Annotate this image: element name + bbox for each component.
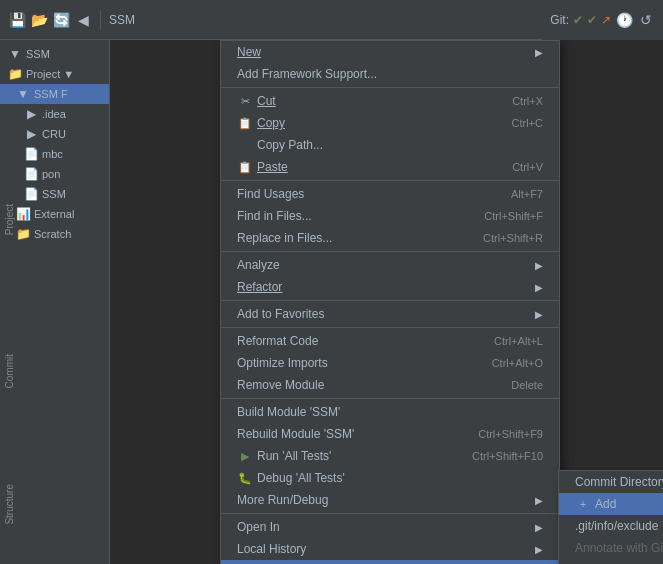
menu-item-refactor[interactable]: Refactor ▶ bbox=[221, 276, 559, 298]
menu-item-copypath[interactable]: Copy Path... bbox=[221, 134, 559, 156]
replaceinfiles-shortcut: Ctrl+Shift+R bbox=[483, 232, 543, 244]
menu-item-findusages[interactable]: Find Usages Alt+F7 bbox=[221, 183, 559, 205]
menu-item-removemodule[interactable]: Remove Module Delete bbox=[221, 374, 559, 396]
git-toolbar: Git: ✔ ✔ ↗ 🕐 ↺ bbox=[542, 0, 663, 40]
ssm-icon: ▼ bbox=[8, 47, 22, 61]
save-icon[interactable]: 💾 bbox=[8, 11, 26, 29]
menu-item-build[interactable]: Build Module 'SSM' bbox=[221, 401, 559, 423]
menu-item-copy[interactable]: 📋 Copy Ctrl+C bbox=[221, 112, 559, 134]
sync-icon[interactable]: 🔄 bbox=[52, 11, 70, 29]
menu-item-replaceinfiles-label: Replace in Files... bbox=[237, 231, 463, 245]
menu-item-framework[interactable]: Add Framework Support... bbox=[221, 63, 559, 85]
sidebar-item-project[interactable]: 📁 Project ▼ bbox=[0, 64, 109, 84]
commit-panel-label: Commit bbox=[4, 354, 15, 388]
menu-item-reformat[interactable]: Reformat Code Ctrl+Alt+L bbox=[221, 330, 559, 352]
menu-item-build-label: Build Module 'SSM' bbox=[237, 405, 543, 419]
sidebar-item-mbc[interactable]: 📄 mbc bbox=[0, 144, 109, 164]
menu-item-run[interactable]: ▶ Run 'All Tests' Ctrl+Shift+F10 bbox=[221, 445, 559, 467]
menu-item-analyze[interactable]: Analyze ▶ bbox=[221, 254, 559, 276]
menu-item-removemodule-label: Remove Module bbox=[237, 378, 491, 392]
removemodule-shortcut: Delete bbox=[511, 379, 543, 391]
paste-icon: 📋 bbox=[237, 161, 253, 174]
menu-item-replaceinfiles[interactable]: Replace in Files... Ctrl+Shift+R bbox=[221, 227, 559, 249]
openin-arrow-icon: ▶ bbox=[535, 522, 543, 533]
menu-item-localhistory[interactable]: Local History ▶ bbox=[221, 538, 559, 560]
sidebar-item-ssm[interactable]: ▼ SSM bbox=[0, 44, 109, 64]
sidebar-ssm-label: SSM bbox=[26, 48, 50, 60]
pon-icon: 📄 bbox=[24, 167, 38, 181]
menu-item-addtofav[interactable]: Add to Favorites ▶ bbox=[221, 303, 559, 325]
menu-sep-6 bbox=[221, 398, 559, 399]
main-layout: ▼ SSM 📁 Project ▼ ▼ SSM F ▶ .idea ▶ CRU … bbox=[0, 40, 663, 564]
sidebar-item-ssm-f[interactable]: ▼ SSM F bbox=[0, 84, 109, 104]
git-annotate-label: Annotate with Git Blame bbox=[575, 541, 663, 555]
rebuild-shortcut: Ctrl+Shift+F9 bbox=[478, 428, 543, 440]
git-item-annotate[interactable]: Annotate with Git Blame bbox=[559, 537, 663, 559]
sidebar-item-pon[interactable]: 📄 pon bbox=[0, 164, 109, 184]
project-panel-label: Project bbox=[4, 204, 15, 235]
git-item-showdiff[interactable]: Show Diff bbox=[559, 559, 663, 564]
menu-item-rebuild[interactable]: Rebuild Module 'SSM' Ctrl+Shift+F9 bbox=[221, 423, 559, 445]
git-arrow-icon: ↗ bbox=[601, 13, 611, 27]
menu-item-optimize[interactable]: Optimize Imports Ctrl+Alt+O bbox=[221, 352, 559, 374]
sidebar-mbc-label: mbc bbox=[42, 148, 63, 160]
content-area: New ▶ Add Framework Support... ✂ Cut Ctr… bbox=[110, 40, 663, 564]
menu-item-findinfiles[interactable]: Find in Files... Ctrl+Shift+F bbox=[221, 205, 559, 227]
copy-icon: 📋 bbox=[237, 117, 253, 130]
menu-item-copypath-label: Copy Path... bbox=[257, 138, 543, 152]
git-item-add[interactable]: + Add Ctrl+Alt+A bbox=[559, 493, 663, 515]
menu-item-cut[interactable]: ✂ Cut Ctrl+X bbox=[221, 90, 559, 112]
git-history-icon[interactable]: 🕐 bbox=[615, 11, 633, 29]
menu-item-findinfiles-label: Find in Files... bbox=[237, 209, 464, 223]
menu-sep-1 bbox=[221, 87, 559, 88]
findinfiles-shortcut: Ctrl+Shift+F bbox=[484, 210, 543, 222]
reformat-shortcut: Ctrl+Alt+L bbox=[494, 335, 543, 347]
git-submenu: Commit Directory... + Add Ctrl+Alt+A .gi… bbox=[558, 470, 663, 564]
addtofav-arrow-icon: ▶ bbox=[535, 309, 543, 320]
sidebar-item-cru[interactable]: ▶ CRU bbox=[0, 124, 109, 144]
context-menu: New ▶ Add Framework Support... ✂ Cut Ctr… bbox=[220, 40, 560, 564]
menu-item-copy-label: Copy bbox=[257, 116, 492, 130]
git-label: Git: bbox=[550, 13, 569, 27]
sidebar-idea-label: .idea bbox=[42, 108, 66, 120]
menu-item-paste[interactable]: 📋 Paste Ctrl+V bbox=[221, 156, 559, 178]
menu-item-debug[interactable]: 🐛 Debug 'All Tests' bbox=[221, 467, 559, 489]
menu-item-git[interactable]: Git ▶ bbox=[221, 560, 559, 564]
sidebar-scratch-label: Scratch bbox=[34, 228, 71, 240]
sidebar-ssm2-label: SSM bbox=[42, 188, 66, 200]
git-gitinfo-label: .git/info/exclude bbox=[575, 519, 663, 533]
ssm2-icon: 📄 bbox=[24, 187, 38, 201]
idea-icon: ▶ bbox=[24, 107, 38, 121]
localhistory-arrow-icon: ▶ bbox=[535, 544, 543, 555]
optimize-shortcut: Ctrl+Alt+O bbox=[492, 357, 543, 369]
menu-item-optimize-label: Optimize Imports bbox=[237, 356, 472, 370]
menu-item-new-label: New bbox=[237, 45, 261, 59]
project-title: SSM bbox=[109, 13, 135, 27]
run-icon: ▶ bbox=[237, 450, 253, 463]
git-check-icon: ✔ bbox=[573, 13, 583, 27]
menu-sep-4 bbox=[221, 300, 559, 301]
back-icon[interactable]: ◀ bbox=[74, 11, 92, 29]
debug-icon: 🐛 bbox=[237, 472, 253, 485]
menu-item-run-label: Run 'All Tests' bbox=[257, 449, 452, 463]
menu-item-openin[interactable]: Open In ▶ bbox=[221, 516, 559, 538]
menu-item-new[interactable]: New ▶ bbox=[221, 41, 559, 63]
menu-item-framework-label: Add Framework Support... bbox=[237, 67, 543, 81]
cut-icon: ✂ bbox=[237, 95, 253, 108]
ssm-f-icon: ▼ bbox=[16, 87, 30, 101]
sidebar-cru-label: CRU bbox=[42, 128, 66, 140]
open-icon[interactable]: 📂 bbox=[30, 11, 48, 29]
git-refresh-icon[interactable]: ↺ bbox=[637, 11, 655, 29]
findusages-shortcut: Alt+F7 bbox=[511, 188, 543, 200]
menu-item-morerun[interactable]: More Run/Debug ▶ bbox=[221, 489, 559, 511]
git-item-commitdir[interactable]: Commit Directory... bbox=[559, 471, 663, 493]
toolbar-sep bbox=[100, 10, 101, 30]
project-icon: 📁 bbox=[8, 67, 22, 81]
sidebar-project-label: Project ▼ bbox=[26, 68, 74, 80]
menu-item-openin-label: Open In bbox=[237, 520, 535, 534]
menu-item-debug-label: Debug 'All Tests' bbox=[257, 471, 543, 485]
sidebar: ▼ SSM 📁 Project ▼ ▼ SSM F ▶ .idea ▶ CRU … bbox=[0, 40, 110, 564]
menu-sep-3 bbox=[221, 251, 559, 252]
sidebar-item-idea[interactable]: ▶ .idea bbox=[0, 104, 109, 124]
git-item-gitinfo[interactable]: .git/info/exclude bbox=[559, 515, 663, 537]
